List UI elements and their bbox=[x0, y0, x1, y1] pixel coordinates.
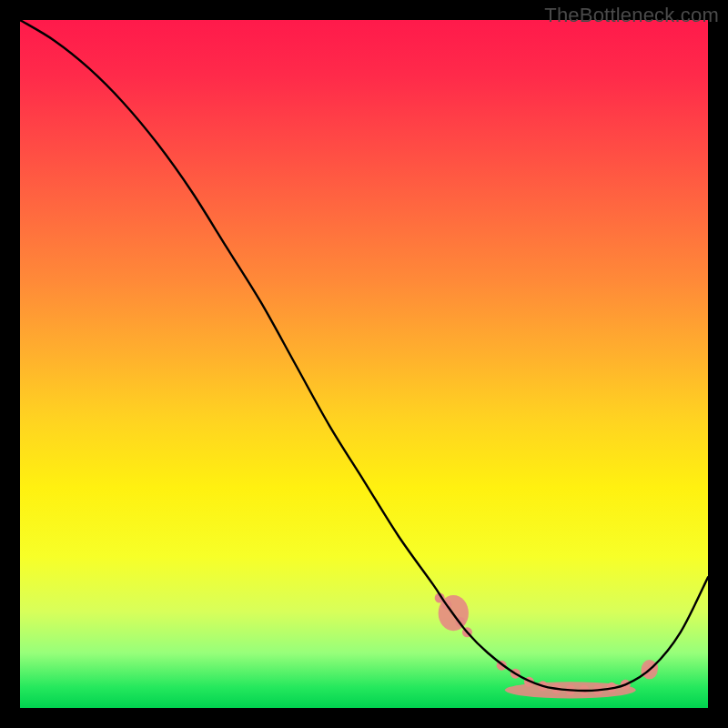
chart-svg bbox=[20, 20, 708, 708]
chart-frame: TheBottleneck.com bbox=[0, 0, 728, 728]
marker-layer bbox=[435, 593, 658, 699]
plot-area bbox=[20, 20, 708, 708]
watermark-text: TheBottleneck.com bbox=[544, 4, 719, 27]
bottleneck-curve-path bbox=[20, 20, 708, 691]
